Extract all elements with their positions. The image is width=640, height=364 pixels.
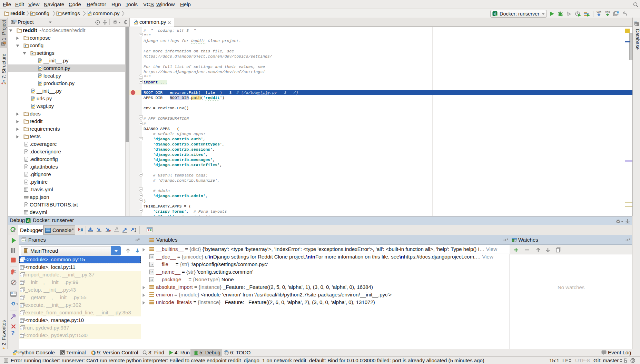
svg-text:s: s	[20, 297, 22, 300]
svg-text:dj: dj	[494, 12, 496, 16]
svg-text:<s>: <s>	[22, 240, 26, 242]
svg-text:s: s	[20, 259, 22, 262]
svg-text:18: 18	[150, 263, 153, 266]
svg-text:s: s	[20, 274, 22, 277]
svg-text:s: s	[20, 290, 22, 292]
svg-text:s: s	[20, 282, 22, 284]
svg-text:s: s	[20, 320, 22, 322]
svg-text:s: s	[20, 312, 22, 315]
svg-text:s: s	[20, 305, 22, 307]
svg-text:s: s	[20, 327, 22, 330]
svg-text:s: s	[20, 335, 22, 337]
svg-text:dj: dj	[27, 219, 30, 222]
svg-text:VCS: VCS	[605, 11, 610, 13]
svg-text:18: 18	[150, 278, 153, 281]
svg-text:JSON: JSON	[24, 196, 29, 198]
svg-text:VCS: VCS	[597, 11, 601, 13]
svg-text:s: s	[20, 267, 22, 269]
svg-text:18: 18	[150, 255, 153, 259]
svg-text:18: 18	[150, 271, 153, 274]
